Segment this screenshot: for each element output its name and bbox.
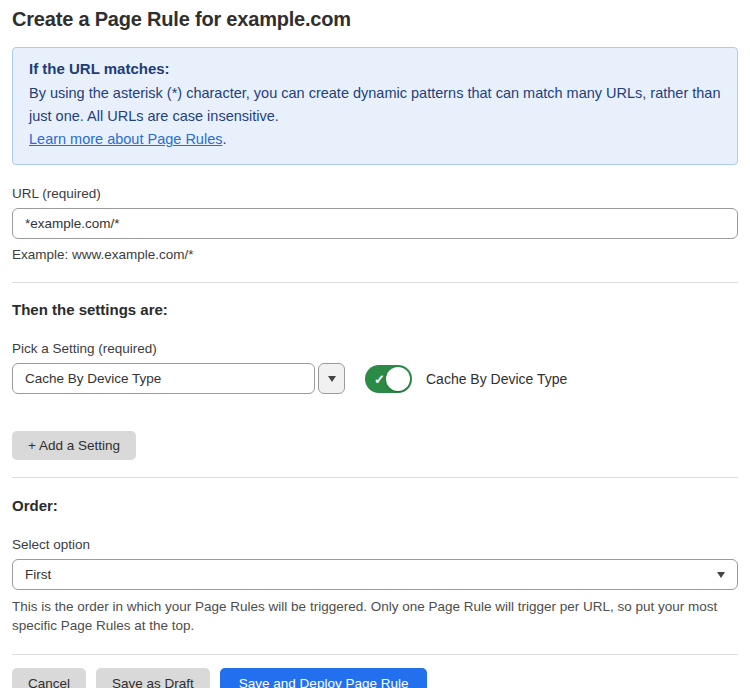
setting-row: Cache By Device Type ✓ Cache By Device T… (12, 363, 738, 394)
save-and-deploy-button[interactable]: Save and Deploy Page Rule (220, 668, 428, 688)
chevron-down-icon (717, 572, 725, 578)
settings-section-heading: Then the settings are: (12, 301, 738, 318)
divider (12, 654, 738, 655)
footer-actions: Cancel Save as Draft Save and Deploy Pag… (12, 668, 738, 688)
chevron-down-icon (328, 376, 336, 382)
order-help-text: This is the order in which your Page Rul… (12, 597, 738, 635)
page-rule-form: Create a Page Rule for example.com If th… (0, 0, 750, 688)
order-select-label: Select option (12, 537, 738, 552)
setting-picker-dropdown[interactable]: Cache By Device Type (12, 363, 315, 394)
add-setting-button[interactable]: + Add a Setting (12, 431, 136, 460)
page-title: Create a Page Rule for example.com (12, 0, 738, 31)
learn-more-link[interactable]: Learn more about Page Rules (29, 131, 222, 147)
check-icon: ✓ (374, 372, 385, 385)
save-as-draft-button[interactable]: Save as Draft (96, 668, 210, 688)
order-select-dropdown[interactable]: First (12, 559, 738, 590)
url-field-label: URL (required) (12, 186, 738, 201)
url-match-info-box: If the URL matches: By using the asteris… (12, 47, 738, 165)
divider (12, 477, 738, 478)
divider (12, 282, 738, 283)
order-select-value: First (25, 567, 51, 582)
toggle-label: Cache By Device Type (426, 371, 567, 387)
url-example-text: Example: www.example.com/* (12, 247, 738, 262)
cache-device-toggle[interactable]: ✓ (365, 365, 412, 393)
info-link-line: Learn more about Page Rules. (29, 128, 721, 151)
setting-picker-caret-button[interactable] (318, 363, 345, 394)
url-input[interactable] (12, 208, 738, 239)
order-section-heading: Order: (12, 497, 738, 514)
toggle-knob (386, 367, 410, 391)
info-box-heading: If the URL matches: (29, 60, 721, 77)
cancel-button[interactable]: Cancel (12, 668, 86, 688)
link-suffix: . (222, 131, 226, 147)
pick-setting-label: Pick a Setting (required) (12, 341, 738, 356)
info-box-body: By using the asterisk (*) character, you… (29, 82, 721, 128)
